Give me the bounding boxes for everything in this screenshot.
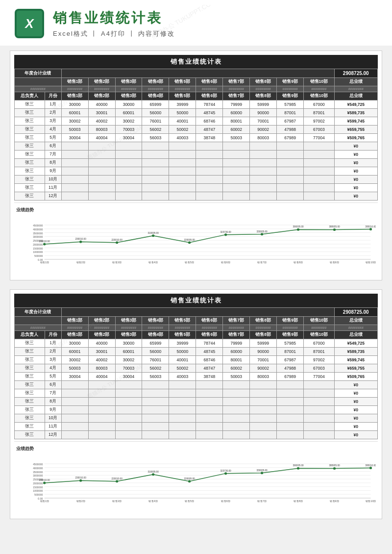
sales-table-1: 年度合计业绩 2908725.00 销售1部 销售2部 销售3部 销售4部 销售… — [14, 69, 378, 201]
svg-text:310005.00: 310005.00 — [147, 471, 159, 473]
chart-title-2: 业绩趋势 — [16, 446, 376, 452]
table-row: 张三4月500038000370003560025000248747600029… — [15, 126, 378, 134]
svg-point-45 — [333, 228, 336, 231]
sheet-block-2: 熊猫办公 TUKUPPT.COM 熊猫办公 TUKUPPT.COM 销售业绩统计… — [10, 289, 382, 519]
table-body-1: 张三1月300004000030000659993999978744799995… — [15, 101, 378, 201]
page-header: X 销售业绩统计表 Excel格式 丨 A4打印 丨 内容可修改 — [0, 0, 392, 46]
svg-text:销售10部: 销售10部 — [365, 261, 376, 264]
hash-row-2: ######## ######## ######## ######## ####… — [15, 325, 378, 331]
col-3: 销售3部 — [115, 78, 142, 86]
col-total: 总业绩 — [334, 78, 377, 86]
svg-point-81 — [152, 473, 154, 476]
table-row: 张三2月600013000160001560005000048745600009… — [15, 109, 378, 117]
sheet-block-1: 熊猫办公 TUKUPPT.COM 熊猫办公 TUKUPPT.COM 销售业绩统计… — [10, 50, 382, 280]
svg-point-99 — [369, 467, 372, 469]
table-row: 张三1月300004000030000659993999978744799995… — [15, 101, 378, 109]
svg-text:230010.00: 230010.00 — [75, 238, 87, 240]
svg-text:395010.00: 395010.00 — [365, 226, 376, 228]
svg-text:销售2部: 销售2部 — [75, 261, 85, 264]
svg-text:310005.00: 310005.00 — [147, 232, 159, 234]
svg-point-87 — [224, 472, 227, 475]
hash-row: ######## ######## ######## ######## ####… — [15, 86, 378, 92]
sheets-container: 熊猫办公 TUKUPPT.COM 熊猫办公 TUKUPPT.COM 销售业绩统计… — [0, 46, 392, 529]
table-row: 张三11月¥0 — [15, 184, 378, 192]
svg-text:330005.00: 330005.00 — [256, 469, 268, 472]
svg-text:220005.00: 220005.00 — [184, 478, 195, 480]
table-row: 张三7月¥0 — [15, 151, 378, 159]
col-4: 销售4部 — [142, 78, 169, 86]
data-header-row: 总负责人 月份 销售1部 销售2部 销售3部 销售4部 销售5部 销售6部 销售… — [15, 92, 378, 101]
svg-text:4000000: 4000000 — [33, 467, 43, 470]
table-row: 张三2月600013000160001560005000048745600009… — [15, 348, 378, 356]
svg-text:388935.00: 388935.00 — [329, 226, 340, 228]
page-title: 销售业绩统计表 — [53, 9, 175, 27]
svg-text:销售3部: 销售3部 — [112, 261, 121, 264]
svg-text:销售2部: 销售2部 — [75, 500, 85, 503]
table-row: 张三7月¥0 — [15, 389, 378, 398]
svg-point-27 — [116, 241, 118, 244]
excel-logo-letter: X — [25, 16, 33, 31]
table-body-2: 张三1月300004000030000659993999978744799995… — [15, 339, 378, 439]
svg-text:销售1部: 销售1部 — [40, 261, 49, 264]
table-row: 张三4月500038000370003560025000248747600029… — [15, 364, 378, 373]
year-label: 年度合计业绩 — [15, 69, 62, 78]
svg-text:323730.00: 323730.00 — [220, 470, 231, 472]
svg-text:销售6部: 销售6部 — [220, 500, 230, 503]
svg-text:500000: 500000 — [34, 493, 43, 496]
svg-text:200010.00: 200010.00 — [39, 240, 50, 243]
svg-text:388935.00: 388935.00 — [329, 465, 340, 467]
col-6: 销售6部 — [196, 78, 223, 86]
svg-text:4500000: 4500000 — [33, 224, 43, 227]
table-row: 张三1月300004000030000659993999978744799995… — [15, 339, 378, 348]
col-header-row-2: 销售1部 销售2部 销售3部 销售4部 销售5部 销售6部 销售7部 销售8部 … — [15, 317, 378, 325]
year-total-row: 年度合计业绩 2908725.00 — [15, 69, 378, 78]
svg-text:220005.00: 220005.00 — [184, 239, 195, 241]
svg-text:3500000: 3500000 — [33, 471, 43, 474]
svg-text:230010.00: 230010.00 — [75, 477, 87, 479]
svg-text:390005.00: 390005.00 — [293, 226, 304, 228]
svg-text:销售9部: 销售9部 — [329, 261, 339, 264]
table-row: 张三9月¥0 — [15, 167, 378, 176]
svg-point-24 — [79, 241, 82, 243]
table-row: 张三6月¥0 — [15, 142, 378, 151]
table-row: 张三3月300024000230002760014000168746800017… — [15, 356, 378, 364]
svg-text:3000000: 3000000 — [33, 474, 43, 477]
svg-point-96 — [333, 467, 336, 470]
svg-point-78 — [116, 480, 118, 482]
table-row: 张三5月300044000430004560034000338748500038… — [15, 373, 378, 381]
table-row: 张三5月300044000430004560034000338748500038… — [15, 134, 378, 142]
table-row: 张三10月¥0 — [15, 414, 378, 423]
svg-point-33 — [188, 241, 191, 244]
col-5: 销售5部 — [169, 78, 196, 86]
svg-text:390005.00: 390005.00 — [293, 464, 304, 467]
chart-title-1: 业绩趋势 — [16, 207, 376, 213]
header-text: 销售业绩统计表 Excel格式 丨 A4打印 丨 内容可修改 — [53, 9, 175, 38]
table-row: 张三6月¥0 — [15, 381, 378, 389]
table-row: 张三8月¥0 — [15, 159, 378, 167]
svg-text:销售4部: 销售4部 — [148, 261, 157, 264]
chart-svg-1: 0.00500000100000015000002000000250000030… — [16, 215, 376, 274]
svg-text:2000000: 2000000 — [33, 482, 43, 485]
svg-text:1500000: 1500000 — [33, 247, 43, 250]
svg-text:200010.00: 200010.00 — [39, 479, 50, 481]
svg-point-42 — [297, 228, 299, 231]
svg-point-75 — [79, 479, 82, 482]
table-row: 张三12月¥0 — [15, 431, 378, 439]
page-subtitle: Excel格式 丨 A4打印 丨 内容可修改 — [53, 29, 175, 38]
chart-container-1: 0.00500000100000015000002000000250000030… — [16, 215, 376, 274]
svg-text:220010.00: 220010.00 — [111, 478, 122, 480]
col-9: 销售9部 — [277, 78, 304, 86]
svg-text:3000000: 3000000 — [33, 235, 43, 238]
svg-text:销售7部: 销售7部 — [257, 261, 266, 264]
svg-text:销售4部: 销售4部 — [148, 500, 157, 503]
svg-text:4500000: 4500000 — [33, 463, 43, 466]
year-value: 2908725.00 — [334, 69, 377, 78]
table-row: 张三12月¥0 — [15, 192, 378, 201]
svg-text:323730.00: 323730.00 — [220, 231, 231, 233]
svg-text:500000: 500000 — [34, 254, 43, 257]
excel-logo: X — [15, 9, 44, 38]
svg-point-93 — [297, 467, 299, 470]
col-8: 销售8部 — [250, 78, 277, 86]
data-header-row-2: 总负责人 月份 销售1部 销售2部 销售3部 销售4部 销售5部 销售6部 销售… — [15, 331, 378, 339]
svg-point-84 — [188, 480, 191, 482]
